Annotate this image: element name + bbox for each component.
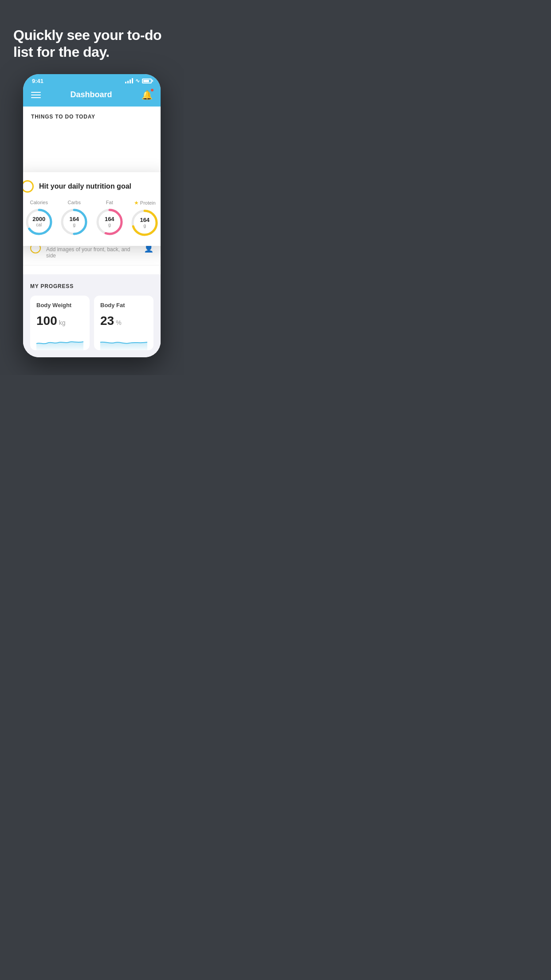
things-to-do-header: THINGS TO DO TODAY xyxy=(23,107,161,123)
fat-circle: 164 g xyxy=(95,208,124,236)
body-fat-value: 23 xyxy=(100,314,114,328)
notification-button[interactable]: 🔔 xyxy=(142,90,153,100)
protein-circle: 164 g xyxy=(130,209,159,237)
nutrition-card: Hit your daily nutrition goal Calories xyxy=(23,172,161,246)
menu-button[interactable] xyxy=(31,92,41,98)
wifi-icon: ∿ xyxy=(135,78,140,84)
todo-section: Hit your daily nutrition goal Calories xyxy=(23,177,161,265)
phone-wrapper: 9:41 ∿ xyxy=(0,74,184,357)
progress-cards: Body Weight 100 kg xyxy=(30,296,153,350)
status-icons: ∿ xyxy=(125,78,152,84)
nutrition-item-calories: Calories 2000 cal xyxy=(25,200,53,236)
spacer xyxy=(23,265,161,274)
body-weight-label: Body Weight xyxy=(36,302,83,308)
calories-label: Calories xyxy=(30,200,48,205)
signal-icon xyxy=(125,78,133,83)
body-weight-value: 100 xyxy=(36,314,57,328)
fat-label: Fat xyxy=(106,200,113,205)
body-fat-label: Body Fat xyxy=(100,302,147,308)
body-fat-unit: % xyxy=(116,319,121,326)
body-fat-value-row: 23 % xyxy=(100,314,147,328)
nav-bar: Dashboard 🔔 xyxy=(23,86,161,107)
body-fat-chart xyxy=(100,332,147,350)
nutrition-item-protein: ★ Protein 164 xyxy=(130,200,159,237)
status-time: 9:41 xyxy=(32,78,43,84)
card-title-row: Hit your daily nutrition goal xyxy=(23,180,161,193)
photos-subtitle: Add images of your front, back, and side xyxy=(46,246,138,259)
star-icon: ★ xyxy=(134,200,139,206)
body-fat-card[interactable]: Body Fat 23 % xyxy=(94,296,153,350)
nav-title: Dashboard xyxy=(70,90,112,99)
calories-circle: 2000 cal xyxy=(25,208,53,236)
carbs-label: Carbs xyxy=(68,200,81,205)
body-weight-chart xyxy=(36,332,83,350)
phone-content: THINGS TO DO TODAY Hit your daily nutrit… xyxy=(23,107,161,357)
status-bar: 9:41 ∿ xyxy=(23,74,161,86)
progress-section-title: MY PROGRESS xyxy=(30,283,153,289)
body-weight-value-row: 100 kg xyxy=(36,314,83,328)
nutrition-row: Calories 2000 cal xyxy=(23,200,161,237)
battery-icon xyxy=(142,79,152,83)
notification-badge xyxy=(150,88,154,92)
phone-mockup: 9:41 ∿ xyxy=(23,74,161,357)
nutrition-item-carbs: Carbs 164 g xyxy=(60,200,88,236)
protein-label: ★ Protein xyxy=(134,200,156,206)
nutrition-check-circle[interactable] xyxy=(23,180,34,193)
hero-section: Quickly see your to-do list for the day. xyxy=(0,18,184,74)
nutrition-item-fat: Fat 164 g xyxy=(95,200,124,236)
outer-wrapper: Quickly see your to-do list for the day.… xyxy=(0,0,184,375)
progress-section: MY PROGRESS Body Weight 100 kg xyxy=(23,274,161,357)
carbs-circle: 164 g xyxy=(60,208,88,236)
hero-title: Quickly see your to-do list for the day. xyxy=(13,27,170,61)
body-weight-card[interactable]: Body Weight 100 kg xyxy=(30,296,90,350)
body-weight-unit: kg xyxy=(59,319,66,326)
nutrition-card-title: Hit your daily nutrition goal xyxy=(39,182,131,190)
